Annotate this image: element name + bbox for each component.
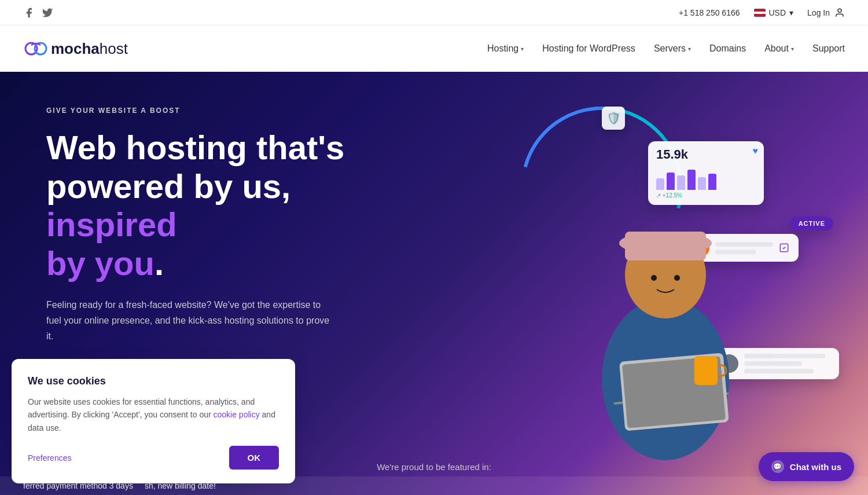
- logo[interactable]: mochahost: [23, 36, 128, 61]
- heart-icon: ♥: [753, 146, 759, 156]
- currency-label: USD: [769, 8, 786, 17]
- facebook-icon[interactable]: [23, 7, 35, 19]
- cookie-preferences-button[interactable]: Preferences: [28, 453, 71, 463]
- currency-selector[interactable]: USD ▾: [754, 8, 794, 17]
- cookie-text: Our website uses cookies for essential f…: [28, 395, 279, 434]
- navbar: mochahost Hosting ▾ Hosting for WordPres…: [0, 25, 868, 72]
- svg-rect-7: [625, 232, 706, 261]
- cookie-banner: We use cookies Our website uses cookies …: [12, 359, 295, 483]
- login-button[interactable]: Log In: [807, 8, 845, 18]
- svg-point-8: [651, 275, 657, 281]
- cookie-actions: Preferences OK: [28, 446, 279, 470]
- twitter-icon[interactable]: [42, 7, 53, 19]
- hero-title-highlight: inspired: [46, 206, 177, 243]
- hero-subtitle: Feeling ready for a fresh-faced website?…: [46, 297, 336, 344]
- shield-float-icon: 🛡️: [602, 107, 625, 130]
- nav-domains[interactable]: Domains: [709, 43, 746, 54]
- hero-title-period: .: [155, 244, 164, 282]
- chat-label: Chat with us: [790, 462, 841, 472]
- hero-title-line3: by you: [46, 244, 155, 282]
- logo-text: mochahost: [51, 40, 128, 58]
- hero-title-line2: powered by us,: [46, 167, 290, 205]
- top-bar: +1 518 250 6166 USD ▾ Log In: [0, 0, 868, 25]
- chat-bubble-icon: 💬: [771, 460, 784, 473]
- checkbox-icon: [779, 243, 789, 253]
- hosting-chevron-icon: ▾: [521, 46, 524, 52]
- hero-tagline: GIVE YOUR WEBSITE A BOOST: [46, 107, 393, 115]
- nav-hosting-wordpress[interactable]: Hosting for WordPress: [542, 43, 635, 54]
- currency-chevron-icon: ▾: [789, 8, 793, 17]
- nav-servers[interactable]: Servers ▾: [654, 43, 691, 54]
- hero-title: Web hosting that's powered by us, inspir…: [46, 129, 393, 283]
- svg-point-9: [674, 275, 680, 281]
- nav-hosting[interactable]: Hosting ▾: [487, 43, 524, 54]
- nav-links: Hosting ▾ Hosting for WordPress Servers …: [487, 43, 845, 54]
- svg-point-0: [838, 9, 841, 12]
- servers-chevron-icon: ▾: [688, 46, 691, 52]
- hero-title-line1: Web hosting that's: [46, 129, 344, 166]
- hero-illustration: [567, 159, 764, 460]
- hero-content: GIVE YOUR WEBSITE A BOOST Web hosting th…: [46, 107, 393, 394]
- login-label: Log In: [807, 8, 830, 17]
- us-flag-icon: [754, 9, 766, 17]
- nav-support[interactable]: Support: [812, 43, 845, 54]
- active-badge: ACTIVE: [790, 217, 833, 230]
- about-chevron-icon: ▾: [791, 46, 794, 52]
- logo-icon: [23, 36, 49, 61]
- person-illustration: [567, 159, 764, 460]
- featured-hint: We're proud to be featured in:: [377, 462, 491, 472]
- user-icon: [834, 8, 845, 18]
- social-icons: [23, 7, 53, 19]
- cookie-policy-link[interactable]: cookie policy: [214, 410, 260, 419]
- phone-number: +1 518 250 6166: [679, 8, 740, 17]
- cookie-title: We use cookies: [28, 375, 279, 387]
- cookie-ok-button[interactable]: OK: [229, 446, 279, 470]
- svg-rect-13: [694, 356, 718, 385]
- nav-about[interactable]: About ▾: [764, 43, 794, 54]
- chat-button[interactable]: 💬 Chat with us: [759, 452, 854, 481]
